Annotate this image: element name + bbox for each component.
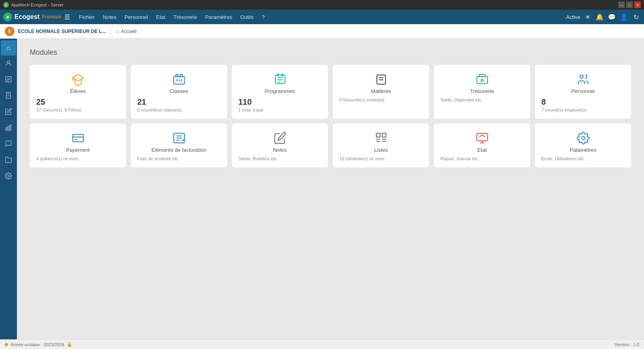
menu-parametres[interactable]: Paramètres bbox=[201, 10, 236, 24]
chart-icon bbox=[5, 124, 12, 133]
sync-icon[interactable]: ↻ bbox=[631, 12, 641, 22]
edit-icon bbox=[5, 108, 12, 117]
brightness-icon[interactable]: ☀ bbox=[583, 12, 592, 22]
annee-scolaire: Année scolaire : 2023/2024 bbox=[10, 342, 64, 347]
module-personnel[interactable]: Personnel 8 7 nouvel(s) employé(s) bbox=[535, 65, 631, 119]
svg-rect-9 bbox=[6, 128, 7, 130]
module-notes[interactable]: Notes Saisie, Bulletins etc. bbox=[232, 124, 328, 167]
svg-point-46 bbox=[582, 136, 585, 140]
menu-personnel[interactable]: Personnel bbox=[120, 10, 152, 24]
active-badge: Active bbox=[566, 14, 580, 20]
module-programmes[interactable]: Programmes 110 1 mise à jour bbox=[232, 65, 328, 119]
svg-point-12 bbox=[8, 175, 10, 177]
menu-help[interactable]: ? bbox=[258, 10, 268, 24]
hamburger-menu[interactable]: ☰ bbox=[64, 13, 70, 21]
svg-point-28 bbox=[481, 79, 483, 81]
parametres-desc: Ecole, Utilisateurs etc. bbox=[541, 156, 625, 161]
content-area: Modules Élèves 25 17 Garçon(s), 8 Fille(… bbox=[17, 39, 644, 339]
personnel-count: 8 bbox=[541, 97, 625, 107]
brand-name: Ecogest bbox=[14, 13, 39, 21]
breadcrumb: ⌂ Accueil bbox=[116, 28, 136, 34]
version: Version : 1.0 bbox=[615, 342, 639, 347]
toolbar: E ECOLE NORMALE SUPERIEUR DE L... ⌂ Accu… bbox=[0, 24, 644, 39]
notification-icon[interactable]: 🔔 bbox=[595, 12, 605, 22]
menu-fichier[interactable]: Fichier bbox=[75, 10, 99, 24]
classes-count: 21 bbox=[137, 97, 221, 107]
messages-icon bbox=[5, 140, 12, 149]
svg-point-0 bbox=[7, 61, 10, 63]
programmes-icon bbox=[238, 73, 322, 86]
sidebar-item-settings[interactable] bbox=[1, 169, 16, 184]
eleves-desc: 17 Garçon(s), 8 Fille(s) bbox=[36, 107, 120, 112]
tresorerie-desc: Solde, Dépenses etc. bbox=[440, 97, 524, 102]
module-eleves[interactable]: Élèves 25 17 Garçon(s), 8 Fille(s) bbox=[30, 65, 126, 119]
sidebar-item-folder[interactable] bbox=[1, 153, 16, 168]
sidebar: ⌂ bbox=[0, 39, 17, 339]
programmes-name: Programmes bbox=[238, 88, 322, 94]
minimize-button[interactable]: — bbox=[618, 2, 625, 8]
lock-icon: 🔒 bbox=[67, 342, 72, 347]
maximize-button[interactable]: □ bbox=[626, 2, 633, 8]
modules-row1: Élèves 25 17 Garçon(s), 8 Fille(s) Class… bbox=[30, 65, 631, 119]
home-icon: ⌂ bbox=[6, 44, 10, 52]
window-controls[interactable]: — □ ✕ bbox=[618, 2, 641, 8]
svg-rect-14 bbox=[176, 74, 178, 76]
close-button[interactable]: ✕ bbox=[634, 2, 641, 8]
listes-desc: 10 Générée(s) ce mois bbox=[339, 156, 423, 161]
etat-desc: Raport, Journal etc. bbox=[440, 156, 524, 161]
chat-icon[interactable]: 💬 bbox=[607, 12, 617, 22]
programmes-desc: 1 mise à jour bbox=[238, 107, 322, 112]
menu-outils[interactable]: Outils bbox=[236, 10, 258, 24]
listes-name: Listes bbox=[339, 147, 423, 153]
module-payement[interactable]: Payement 4 quitance(s) ce mois bbox=[30, 124, 126, 167]
svg-rect-10 bbox=[8, 126, 9, 130]
classes-name: Classes bbox=[137, 88, 221, 94]
module-parametres[interactable]: Patamètres Ecole, Utilisateurs etc. bbox=[535, 124, 631, 167]
module-etat[interactable]: Etat Raport, Journal etc. bbox=[434, 124, 530, 167]
notes-icon bbox=[238, 132, 322, 145]
sidebar-item-users[interactable] bbox=[1, 56, 16, 72]
menu-etat[interactable]: Etat bbox=[152, 10, 169, 24]
sidebar-item-messages[interactable] bbox=[1, 137, 16, 152]
module-tresorerie[interactable]: Trésorerie Solde, Dépenses etc. bbox=[434, 65, 530, 119]
sidebar-item-chart[interactable] bbox=[1, 121, 16, 136]
status-left: Année scolaire : 2023/2024 🔒 bbox=[5, 342, 72, 347]
parametres-icon bbox=[541, 132, 625, 145]
module-elements[interactable]: Eléments de facturation Frais de scolari… bbox=[131, 124, 227, 167]
parametres-name: Patamètres bbox=[541, 147, 625, 153]
title-bar: e Applitech Ecogest - Server — □ ✕ bbox=[0, 0, 644, 10]
svg-rect-15 bbox=[180, 74, 182, 76]
separator bbox=[111, 27, 111, 35]
sidebar-item-edit[interactable] bbox=[1, 105, 16, 120]
matieres-name: Matières bbox=[339, 88, 423, 94]
module-listes[interactable]: Listes 10 Générée(s) ce mois bbox=[333, 124, 429, 167]
etat-name: Etat bbox=[440, 147, 524, 153]
modules-row2: Payement 4 quitance(s) ce mois Eléments … bbox=[30, 124, 631, 167]
school-logo: E bbox=[5, 27, 14, 36]
sidebar-item-home[interactable]: ⌂ bbox=[1, 40, 16, 56]
module-classes[interactable]: Classes 21 0 nouvelle(s) classe(s) bbox=[131, 65, 227, 119]
clipboard-icon bbox=[5, 92, 12, 101]
sidebar-item-list[interactable] bbox=[1, 72, 16, 88]
app-icon: e bbox=[3, 2, 9, 8]
tresorerie-icon bbox=[440, 73, 524, 86]
folder-icon bbox=[5, 156, 12, 165]
elements-desc: Frais de scolarité etc. bbox=[137, 156, 221, 161]
account-icon[interactable]: 👤 bbox=[619, 12, 629, 22]
sidebar-item-clipboard[interactable] bbox=[1, 89, 16, 104]
home-breadcrumb-icon: ⌂ bbox=[116, 28, 119, 34]
module-matieres[interactable]: Matières 0 Nouvelle(s) entrée(s) bbox=[333, 65, 429, 119]
modules-title: Modules bbox=[30, 48, 631, 57]
menu-tresorerie[interactable]: Trésorerie bbox=[169, 10, 201, 24]
list-icon bbox=[5, 76, 12, 85]
classes-icon bbox=[137, 73, 221, 86]
eleves-name: Élèves bbox=[36, 88, 120, 94]
svg-rect-11 bbox=[10, 125, 11, 130]
personnel-name: Personnel bbox=[541, 88, 625, 94]
menu-notes[interactable]: Notes bbox=[99, 10, 120, 24]
notes-desc: Saisie, Bulletins etc. bbox=[238, 156, 322, 161]
svg-rect-38 bbox=[382, 133, 386, 137]
matieres-desc: 0 Nouvelle(s) entrée(s) bbox=[339, 97, 423, 102]
payement-name: Payement bbox=[36, 147, 120, 153]
main-layout: ⌂ bbox=[0, 39, 644, 339]
